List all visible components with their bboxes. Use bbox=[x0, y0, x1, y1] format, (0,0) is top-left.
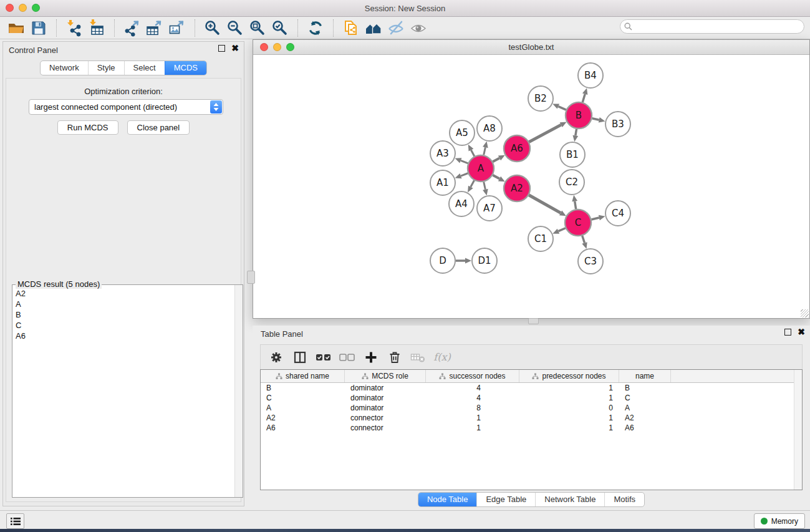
horizontal-splitter-handle[interactable] bbox=[528, 318, 539, 324]
edge-B-B3[interactable] bbox=[592, 118, 599, 120]
column-header-successor-nodes[interactable]: successor nodes bbox=[426, 370, 519, 382]
export-network-button[interactable] bbox=[121, 19, 143, 37]
export-table-button[interactable] bbox=[143, 19, 166, 37]
node-A8[interactable]: A8 bbox=[477, 116, 502, 141]
cell-MCDS-role[interactable]: dominator bbox=[345, 383, 426, 393]
edge-A6-B[interactable] bbox=[529, 125, 561, 142]
cell-successor-nodes[interactable]: 8 bbox=[426, 403, 519, 413]
resize-grip-icon[interactable] bbox=[801, 309, 809, 317]
node-A1[interactable]: A1 bbox=[430, 170, 455, 195]
cell-successor-nodes[interactable]: 4 bbox=[426, 383, 519, 393]
open-session-button[interactable] bbox=[5, 19, 27, 37]
mcds-result-item[interactable]: A bbox=[13, 299, 234, 309]
network-window-titlebar[interactable]: testGlobe.txt bbox=[253, 40, 809, 55]
cell-shared-name[interactable]: A6 bbox=[261, 423, 345, 433]
column-header-predecessor-nodes[interactable]: predecessor nodes bbox=[519, 370, 619, 382]
node-D1[interactable]: D1 bbox=[472, 248, 497, 273]
node-A7[interactable]: A7 bbox=[477, 196, 502, 221]
node-A4[interactable]: A4 bbox=[449, 191, 474, 216]
tab-mcds[interactable]: MCDS bbox=[165, 61, 206, 75]
node-A2[interactable]: A2 bbox=[504, 175, 530, 201]
cell-predecessor-nodes[interactable]: 1 bbox=[519, 413, 619, 423]
save-session-button[interactable] bbox=[27, 19, 50, 37]
edge-B-B2[interactable] bbox=[558, 107, 566, 110]
cell-name[interactable]: A6 bbox=[619, 423, 671, 433]
import-table-button[interactable] bbox=[85, 19, 108, 37]
table-row[interactable]: Cdominator41C bbox=[261, 393, 802, 403]
cell-name[interactable]: C bbox=[619, 393, 671, 403]
tab-network-table[interactable]: Network Table bbox=[535, 493, 604, 506]
cell-name[interactable]: B bbox=[619, 383, 671, 393]
node-C[interactable]: C bbox=[565, 210, 591, 236]
edge-C-C4[interactable] bbox=[591, 218, 599, 220]
mcds-result-item[interactable]: A6 bbox=[13, 331, 234, 341]
tab-network[interactable]: Network bbox=[41, 61, 88, 75]
column-header-name[interactable]: name bbox=[619, 370, 671, 382]
mcds-result-item[interactable]: A2 bbox=[13, 288, 234, 299]
delete-row-button[interactable] bbox=[384, 348, 405, 367]
zoom-out-button[interactable] bbox=[224, 19, 246, 37]
cell-predecessor-nodes[interactable]: 0 bbox=[519, 403, 619, 413]
cell-successor-nodes[interactable]: 4 bbox=[426, 393, 519, 403]
search-field[interactable] bbox=[620, 19, 804, 34]
cell-MCDS-role[interactable]: connector bbox=[345, 423, 426, 433]
table-row[interactable]: Bdominator41B bbox=[261, 383, 802, 393]
edge-C-C2[interactable] bbox=[575, 201, 576, 210]
cell-shared-name[interactable]: B bbox=[261, 383, 345, 393]
export-image-button[interactable] bbox=[166, 19, 188, 37]
tab-style[interactable]: Style bbox=[88, 61, 124, 75]
edge-A-A8[interactable] bbox=[484, 147, 486, 155]
cell-name[interactable]: A bbox=[619, 403, 671, 413]
settings-button[interactable] bbox=[266, 348, 287, 367]
column-layout-button[interactable] bbox=[289, 348, 311, 367]
memory-button[interactable]: Memory bbox=[754, 513, 805, 529]
mcds-result-item[interactable]: B bbox=[13, 309, 234, 320]
table-scrollbar[interactable] bbox=[794, 370, 802, 490]
float-panel-icon[interactable] bbox=[218, 45, 225, 52]
table-row[interactable]: A2connector11A2 bbox=[261, 413, 802, 423]
node-B4[interactable]: B4 bbox=[578, 63, 603, 88]
column-header-shared-name[interactable]: shared name bbox=[261, 370, 345, 382]
node-C1[interactable]: C1 bbox=[528, 226, 553, 251]
cell-shared-name[interactable]: A2 bbox=[261, 413, 345, 423]
cell-shared-name[interactable]: A bbox=[261, 403, 345, 413]
cell-successor-nodes[interactable]: 1 bbox=[426, 413, 519, 423]
node-D[interactable]: D bbox=[430, 248, 455, 273]
zoom-fit-button[interactable] bbox=[246, 19, 269, 37]
network-overview-button[interactable] bbox=[362, 19, 385, 37]
hide-graphics-details-button[interactable] bbox=[385, 19, 407, 37]
edge-A-A6[interactable] bbox=[493, 158, 499, 162]
zoom-selected-button[interactable] bbox=[269, 19, 291, 37]
node-B2[interactable]: B2 bbox=[528, 86, 553, 111]
table-float-panel-icon[interactable] bbox=[784, 329, 791, 336]
add-row-button[interactable] bbox=[360, 348, 382, 367]
cell-predecessor-nodes[interactable]: 1 bbox=[519, 383, 619, 393]
cell-shared-name[interactable]: C bbox=[261, 393, 345, 403]
optimization-criterion-dropdown[interactable]: largest connected component (directed) bbox=[29, 99, 223, 115]
cell-MCDS-role[interactable]: dominator bbox=[345, 403, 426, 413]
tab-motifs[interactable]: Motifs bbox=[604, 493, 644, 506]
show-graphics-details-button[interactable] bbox=[407, 19, 430, 37]
cell-name[interactable]: A2 bbox=[619, 413, 671, 423]
cell-predecessor-nodes[interactable]: 1 bbox=[519, 393, 619, 403]
node-A3[interactable]: A3 bbox=[430, 141, 455, 166]
select-all-button[interactable] bbox=[313, 348, 334, 367]
cell-MCDS-role[interactable]: dominator bbox=[345, 393, 426, 403]
zoom-in-button[interactable] bbox=[201, 19, 224, 37]
cell-predecessor-nodes[interactable]: 1 bbox=[519, 423, 619, 433]
node-B3[interactable]: B3 bbox=[605, 112, 630, 137]
column-header-MCDS-role[interactable]: MCDS role bbox=[345, 370, 426, 382]
run-mcds-button[interactable]: Run MCDS bbox=[57, 120, 118, 135]
node-C3[interactable]: C3 bbox=[578, 249, 603, 274]
node-C2[interactable]: C2 bbox=[559, 170, 584, 195]
edge-A-A2[interactable] bbox=[493, 175, 499, 179]
network-canvas[interactable]: B4B2BB3A5A8A6B1A3AA1C2A2A4A7CC4C1C3DD1 bbox=[253, 55, 809, 318]
edge-A-A4[interactable] bbox=[471, 180, 475, 186]
vertical-splitter-handle[interactable] bbox=[247, 271, 255, 284]
table-row[interactable]: Adominator80A bbox=[261, 403, 802, 413]
mcds-result-list[interactable]: A2ABCA6 bbox=[13, 288, 234, 496]
result-scrollbar[interactable] bbox=[234, 285, 243, 497]
tab-node-table[interactable]: Node Table bbox=[418, 493, 477, 506]
apply-layout-button[interactable] bbox=[304, 19, 327, 37]
close-panel-button[interactable]: Close panel bbox=[127, 120, 190, 135]
